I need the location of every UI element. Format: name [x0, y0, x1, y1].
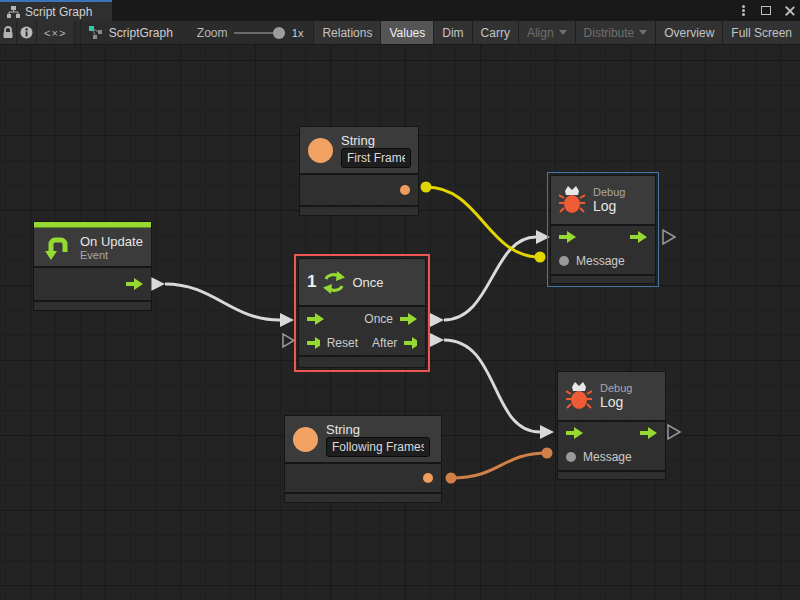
zoom-slider-handle[interactable]: [273, 27, 285, 39]
close-icon[interactable]: [782, 4, 796, 18]
string-value-input[interactable]: [326, 437, 430, 457]
node-footer: [34, 302, 151, 310]
bug-icon: [566, 380, 592, 412]
chevron-down-icon: [559, 30, 567, 35]
message-input-port[interactable]: [559, 256, 569, 266]
node-subtitle: Event: [80, 249, 143, 261]
zoom-slider[interactable]: [234, 26, 285, 40]
inspector-button[interactable]: [17, 21, 37, 44]
selection-outline-once: 1 Once Once Reset After: [294, 254, 430, 372]
breadcrumb-label: ScriptGraph: [109, 26, 173, 40]
code-preview-icon: <×>: [44, 27, 66, 39]
chevron-down-icon: [639, 30, 647, 35]
zoom-label: Zoom: [183, 21, 234, 44]
node-footer: [558, 472, 665, 479]
graph-icon: [89, 26, 103, 39]
toolbar-button-carry[interactable]: Carry: [472, 21, 518, 44]
toolbar-button-values[interactable]: Values: [380, 21, 433, 44]
bug-icon: [559, 184, 585, 216]
toolbar-button-distribute[interactable]: Distribute: [575, 21, 656, 44]
tab-title: Script Graph: [25, 5, 92, 19]
window-controls: [736, 0, 796, 21]
node-title: Log: [600, 394, 632, 410]
flow-output-port[interactable]: [640, 427, 657, 439]
node-string-first[interactable]: String: [300, 127, 418, 215]
toolbar-button-align[interactable]: Align: [518, 21, 575, 44]
node-title: Log: [593, 198, 625, 214]
toolbar-button-fullscreen[interactable]: Full Screen: [722, 21, 800, 44]
flow-output-port-once[interactable]: [400, 313, 417, 325]
value-output-port[interactable]: [423, 473, 433, 483]
node-on-update[interactable]: On Update Event: [34, 222, 151, 310]
flow-output-port[interactable]: [126, 278, 143, 290]
info-icon: [20, 26, 33, 39]
flow-input-port[interactable]: [559, 231, 576, 243]
once-count: 1: [307, 272, 316, 292]
string-type-icon: [293, 427, 318, 452]
toolbar-button-relations[interactable]: Relations: [313, 21, 380, 44]
port-label-reset: Reset: [327, 336, 358, 350]
toolbar-button-align-label: Align: [527, 26, 554, 40]
graph-icon: [7, 6, 20, 18]
kebab-menu-icon[interactable]: [736, 4, 750, 18]
node-title: On Update: [80, 234, 143, 249]
flow-output-port-after[interactable]: [404, 337, 417, 349]
node-title: Once: [352, 275, 383, 290]
toolbar-button-distribute-label: Distribute: [584, 26, 635, 40]
on-update-loop-icon: [42, 233, 72, 261]
node-subtitle: Debug: [593, 186, 625, 198]
node-title: String: [326, 422, 430, 437]
node-debug-log-top[interactable]: Debug Log Message: [551, 176, 655, 283]
flow-input-port[interactable]: [566, 427, 583, 439]
node-debug-log-bottom[interactable]: Debug Log Message: [558, 372, 665, 479]
node-title: String: [341, 133, 411, 148]
node-subtitle: Debug: [600, 382, 632, 394]
port-label-after: After: [372, 336, 397, 350]
flow-output-port[interactable]: [630, 231, 647, 243]
highlight-outline-debug-top: Debug Log Message: [547, 172, 659, 287]
string-type-icon: [308, 138, 333, 163]
graph-toolbar: <×> ScriptGraph Zoom 1x Relations Values…: [0, 21, 800, 45]
port-label-message: Message: [583, 450, 632, 464]
flow-input-port-reset[interactable]: [307, 337, 320, 349]
lock-icon: [2, 26, 14, 39]
message-input-port[interactable]: [566, 452, 576, 462]
flow-input-port[interactable]: [307, 313, 324, 325]
node-footer: [285, 494, 441, 502]
node-footer: [551, 276, 655, 283]
toolbar-button-overview[interactable]: Overview: [655, 21, 722, 44]
value-output-port[interactable]: [400, 185, 410, 195]
maximize-icon[interactable]: [759, 4, 773, 18]
code-preview-button[interactable]: <×>: [37, 21, 75, 44]
port-label-once: Once: [364, 312, 393, 326]
zoom-value: 1x: [285, 21, 314, 44]
node-once[interactable]: 1 Once Once Reset After: [299, 259, 425, 367]
node-footer: [300, 207, 418, 215]
breadcrumb[interactable]: ScriptGraph: [81, 21, 183, 44]
lock-button[interactable]: [0, 21, 17, 44]
toolbar-button-dim[interactable]: Dim: [433, 21, 471, 44]
window-titlebar: Script Graph: [0, 0, 800, 21]
tab-script-graph[interactable]: Script Graph: [0, 0, 112, 21]
node-footer: [299, 357, 425, 367]
port-label-message: Message: [576, 254, 625, 268]
node-string-following[interactable]: String: [285, 416, 441, 502]
once-cycle-icon: [322, 271, 346, 294]
string-value-input[interactable]: [341, 148, 411, 168]
